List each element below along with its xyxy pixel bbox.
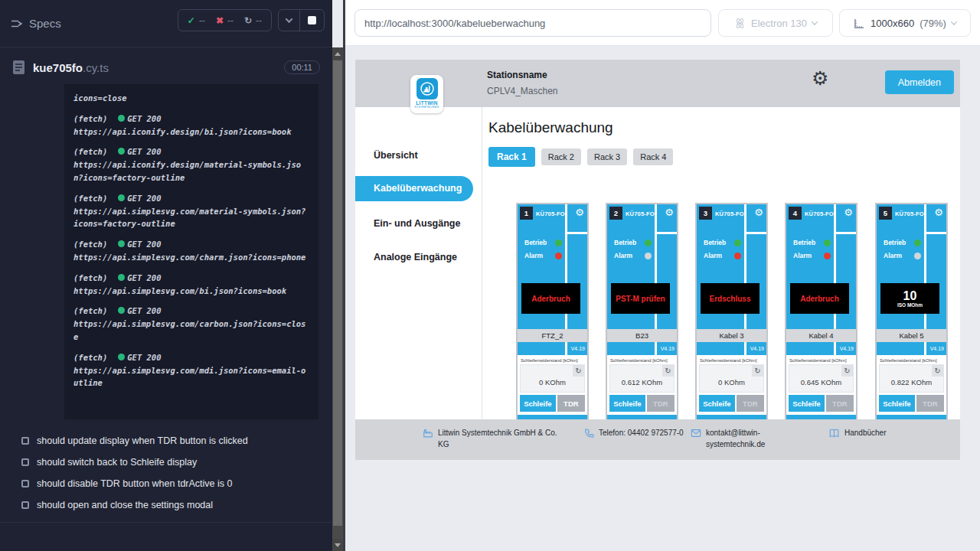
tdr-button[interactable]: TDR [916,395,944,412]
log-entry[interactable]: (fetch)GET 200 https://api.simplesvg.com… [74,238,309,264]
schleife-button[interactable]: Schleife [699,395,735,412]
device-settings-icon[interactable]: ⚙ [665,207,674,217]
stop-icon [308,16,316,24]
app-header: LITTWIN SYSTEMTECHNIK Stationsname CPLV4… [355,60,960,107]
tab-rack-3[interactable]: Rack 3 [587,148,627,165]
display-text: PST-M prüfen [616,295,665,303]
test-item[interactable]: should update display when TDR button is… [0,430,332,452]
device-display: Aderbruch [790,283,849,314]
resistance-panel: Schleifenwiderstand [kOhm] ↻ 0 KOhm Schl… [518,355,587,415]
betrieb-label: Betrieb [704,239,734,246]
refresh-icon[interactable]: ↻ [662,365,674,377]
footer-email: kontakt@littwin-systemtechnik.de [691,427,779,450]
cable-name: FTZ_2 [518,329,587,342]
sidebar-item-kabelueberwachung[interactable]: Kabelüberwachung [355,176,473,201]
test-title: should disable TDR button when tdrActive… [37,478,232,489]
viewport-select[interactable]: 1000x660 (79%) [839,9,971,37]
cable-name: B23 [607,329,677,342]
resistance-label: Schleifenwiderstand [kOhm] [521,358,585,363]
command-log[interactable]: icons=close (fetch)GET 200 https://api.i… [64,84,318,419]
resistance-display: ↻ 0.612 KOhm [609,364,675,393]
sidebar-item-uebersicht[interactable]: Übersicht [355,150,418,161]
collapse-button[interactable] [279,11,299,29]
refresh-icon[interactable]: ↻ [752,365,763,377]
firmware-version: V4.19 [661,346,675,351]
app-viewport: LITTWIN SYSTEMTECHNIK Stationsname CPLV4… [355,60,960,460]
device-settings-icon[interactable]: ⚙ [575,207,584,217]
test-item[interactable]: should open and close the settings modal [0,494,332,516]
schleife-button[interactable]: Schleife [879,395,915,412]
betrieb-led [555,240,562,246]
device-model: KÜ705-FO [715,210,744,217]
status-ok-dot [118,115,125,122]
scrollbar-thumb[interactable] [333,60,342,526]
log-entry[interactable]: (fetch)GET 200 https://api.simplesvg.com… [74,351,309,390]
scroll-up-button[interactable] [332,47,343,60]
stop-button[interactable] [299,10,324,31]
log-url: https://api.simplesvg.com/carbon.json?ic… [74,318,309,344]
device-settings-icon[interactable]: ⚙ [844,207,853,217]
log-status: GET 200 [127,194,161,203]
device-settings-icon[interactable]: ⚙ [934,207,943,217]
test-item[interactable]: should disable TDR button when tdrActive… [0,473,332,494]
spec-extension: .cy.ts [83,61,109,74]
cable-name: Kabel 5 [877,329,946,342]
pending-count: -- [256,15,262,26]
log-status: GET 200 [127,147,161,156]
spec-row[interactable]: kue705fo.cy.ts 00:11 [0,47,332,83]
browser-select[interactable]: Electron 130 [718,9,833,37]
log-entry[interactable]: (fetch)GET 200 https://api.simplesvg.com… [74,272,309,298]
device-number: 5 [879,207,892,220]
reporter-scrollbar[interactable] [332,47,343,551]
station-value: CPLV4_Maschen [487,86,558,96]
betrieb-label: Betrieb [614,239,645,246]
book-icon [828,428,840,439]
email-address: kontakt@littwin-systemtechnik.de [706,427,779,450]
device-model: KÜ705-FO [626,210,655,217]
log-status: GET 200 [127,114,161,123]
tab-rack-4[interactable]: Rack 4 [633,148,673,165]
schleife-button[interactable]: Schleife [609,395,645,412]
passed-icon: ✓ [188,15,195,26]
logout-button[interactable]: Abmelden [885,70,954,94]
tab-rack-2[interactable]: Rack 2 [541,148,581,165]
app-footer: Littwin Systemtechnik GmbH & Co. KG Tele… [355,419,960,460]
sidebar-item-ein-und-ausgaenge[interactable]: Ein- und Ausgänge [355,218,460,229]
device-display: 10 ISO MOhm [880,283,939,314]
device-settings-icon[interactable]: ⚙ [754,207,763,217]
footer-manuals-link[interactable]: Handbücher [828,427,886,439]
test-item[interactable]: should switch back to Schleife display [0,452,332,473]
alarm-label: Alarm [614,252,645,259]
tdr-button[interactable]: TDR [737,395,764,412]
refresh-icon[interactable]: ↻ [932,365,943,377]
specs-menu-button[interactable]: Specs [11,17,61,30]
stat-failed: ✖-- [216,15,234,26]
schleife-button[interactable]: Schleife [789,395,825,412]
tdr-button[interactable]: TDR [826,395,854,412]
device-card: 3 KÜ705-FO ⚙ Betrieb Alarm Erdschluss Ka… [695,203,768,419]
url-input[interactable] [354,9,711,37]
divider [565,342,567,355]
resistance-panel: Schleifenwiderstand [kOhm] ↻ 0.822 KOhm … [877,355,946,415]
tdr-button[interactable]: TDR [557,395,585,412]
schleife-button[interactable]: Schleife [520,395,556,412]
settings-gear-icon[interactable]: ⚙ [812,69,828,88]
scroll-down-button[interactable] [332,539,343,551]
refresh-icon[interactable]: ↻ [573,365,584,377]
resistance-panel: Schleifenwiderstand [kOhm] ↻ 0 KOhm Schl… [697,355,766,415]
chevron-down-icon [951,18,957,24]
phone-number: Telefon: 04402 972577-0 [599,427,689,439]
tdr-button[interactable]: TDR [647,395,675,412]
stat-pending: ↻-- [244,15,262,26]
refresh-icon[interactable]: ↻ [841,365,853,377]
company-name: Littwin Systemtechnik GmbH & Co. KG [438,427,562,450]
resistance-label: Schleifenwiderstand [kOhm] [880,358,944,363]
log-entry[interactable]: (fetch)GET 200 https://api.simplesvg.com… [74,192,309,230]
betrieb-label: Betrieb [884,239,914,246]
log-entry[interactable]: (fetch)GET 200 https://api.iconify.desig… [74,145,309,184]
tab-rack-1[interactable]: Rack 1 [488,147,535,167]
log-entry[interactable]: (fetch)GET 200 https://api.iconify.desig… [74,112,309,139]
log-entry[interactable]: (fetch)GET 200 https://api.simplesvg.com… [74,305,309,343]
sidebar-item-analoge-eingaenge[interactable]: Analoge Eingänge [355,252,457,262]
logo-title: LITTWIN [410,100,443,106]
